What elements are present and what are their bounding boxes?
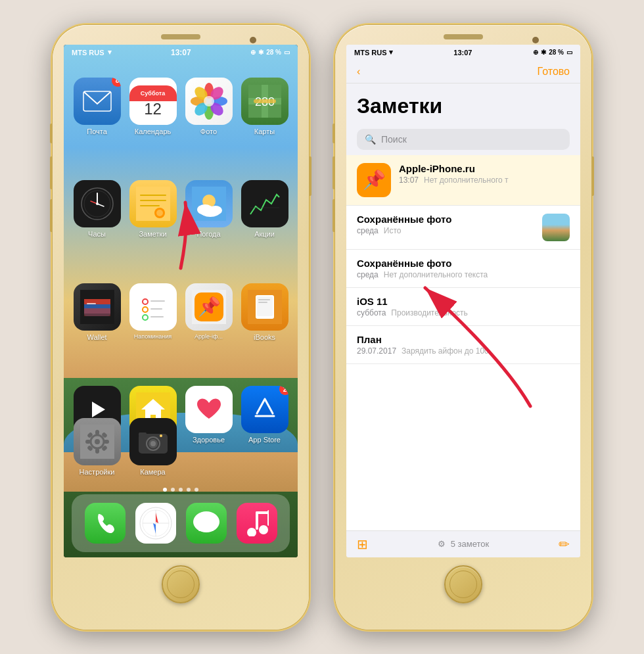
right-power-button[interactable] — [591, 156, 594, 196]
app-ibooks[interactable]: iBooks — [237, 278, 292, 381]
left-phone: MTS RUS ▾ 13:07 ⊕ ✱ 28 % ▭ 8 — [53, 25, 309, 630]
dot-1 — [163, 488, 167, 492]
done-button[interactable]: Готово — [538, 66, 570, 78]
app-weather[interactable]: Погода — [181, 175, 237, 278]
app-clock[interactable]: Часы — [69, 175, 125, 278]
mail-icon: 8 — [74, 78, 121, 125]
svg-rect-40 — [84, 314, 110, 316]
back-button[interactable]: ‹ — [357, 66, 360, 78]
home-button[interactable] — [162, 565, 200, 603]
weather-icon — [185, 180, 233, 227]
app-apple[interactable]: 📌 Apple-iф... — [181, 278, 237, 381]
pinned-note[interactable]: 📌 Apple-iPhone.ru 13:07 Нет дополнительн… — [346, 155, 580, 206]
svg-point-22 — [96, 202, 99, 205]
right-mute-switch[interactable] — [333, 124, 335, 143]
left-screen: MTS RUS ▾ 13:07 ⊕ ✱ 28 % ▭ 8 — [64, 45, 298, 557]
dock-safari[interactable] — [133, 498, 179, 549]
notes-carrier: MTS RUS ▾ — [354, 48, 393, 57]
svg-rect-66 — [95, 430, 99, 435]
volume-down-button[interactable] — [50, 199, 53, 232]
svg-point-80 — [160, 434, 162, 437]
compose-icon[interactable]: ✏ — [559, 536, 570, 552]
right-volume-down[interactable] — [333, 199, 335, 232]
safari-icon — [135, 503, 176, 544]
pinned-note-icon: 📌 — [357, 163, 391, 197]
svg-rect-68 — [85, 440, 91, 444]
stocks-icon — [241, 180, 288, 227]
messages-icon — [186, 503, 227, 544]
dock — [72, 494, 290, 552]
note-5-content: План 29.07.2017 Зарядить айфон до 100 — [357, 334, 570, 356]
right-volume-up[interactable] — [333, 156, 335, 189]
note-item-2[interactable]: Сохранённые фото среда Исто — [346, 206, 580, 250]
svg-point-11 — [204, 96, 214, 106]
app-notes[interactable]: Заметки — [125, 175, 181, 278]
app-wallet[interactable]: Wallet — [69, 278, 125, 381]
right-speaker — [444, 34, 483, 39]
wifi-icon: ▾ — [108, 48, 112, 57]
toolbar-center: ⚙ 5 заметок — [438, 539, 490, 549]
note-2-date: среда — [357, 226, 379, 235]
power-button[interactable] — [309, 156, 311, 196]
right-screen: MTS RUS ▾ 13:07 ⊕ ✱ 28 % ▭ ‹ Готово — [346, 45, 580, 557]
app-calendar[interactable]: Суббота 12 Календарь — [125, 72, 181, 175]
app-stocks[interactable]: Акции — [237, 175, 292, 278]
svg-point-33 — [209, 206, 222, 215]
right-home-button[interactable] — [444, 565, 482, 603]
note-3-date: среда — [357, 270, 379, 279]
svg-rect-46 — [150, 300, 165, 302]
app-mail[interactable]: 8 Почта — [69, 72, 125, 175]
ibooks-icon — [241, 283, 288, 331]
app-reminders[interactable]: Напоминания — [125, 278, 181, 381]
wallet-label: Wallet — [87, 333, 106, 341]
pinned-note-date: 13:07 — [399, 175, 419, 185]
volume-up-button[interactable] — [50, 156, 53, 189]
notes-bluetooth: ✱ — [541, 49, 546, 56]
notes-title: Заметки — [357, 94, 570, 118]
speaker — [161, 34, 200, 39]
svg-point-89 — [247, 528, 256, 536]
carrier-text: MTS RUS — [72, 49, 104, 57]
weather-label: Погода — [196, 230, 220, 238]
dot-2 — [171, 488, 175, 492]
status-right: ⊕ ✱ 28 % ▭ — [250, 49, 290, 56]
battery-icon: ▭ — [284, 49, 290, 56]
app-camera[interactable]: Камера — [125, 413, 181, 481]
svg-rect-25 — [140, 200, 166, 201]
svg-rect-26 — [140, 205, 160, 206]
svg-rect-56 — [258, 302, 267, 303]
note-3-preview: Нет дополнительного текста — [384, 270, 488, 279]
notes-battery: 28 % — [549, 49, 564, 56]
svg-rect-69 — [104, 440, 109, 444]
mute-switch[interactable] — [50, 124, 53, 143]
app-settings[interactable]: Настройки — [69, 413, 125, 481]
dock-messages[interactable] — [183, 498, 229, 549]
note-2-meta: среда Исто — [357, 226, 534, 235]
stocks-label: Акции — [254, 230, 275, 238]
phone-icon — [85, 503, 126, 544]
svg-rect-93 — [256, 511, 269, 514]
note-item-3[interactable]: Сохранённые фото среда Нет дополнительно… — [346, 250, 580, 288]
svg-rect-23 — [136, 187, 170, 221]
clock-icon — [74, 180, 121, 227]
camera-label: Камера — [140, 468, 165, 476]
notes-navigation: ‹ Готово — [346, 60, 580, 83]
dock-phone[interactable] — [82, 498, 128, 549]
reminders-icon — [129, 283, 177, 331]
app-maps[interactable]: 280 Карты — [237, 72, 292, 175]
grid-icon[interactable]: ⊞ — [357, 536, 368, 552]
notes-label: Заметки — [139, 230, 166, 238]
bluetooth-icon: ✱ — [258, 49, 264, 56]
notes-search-bar[interactable]: 🔍 Поиск — [357, 129, 570, 150]
search-icon: 🔍 — [365, 134, 376, 145]
right-home-button-ring — [449, 571, 477, 598]
gear-spinner-icon: ⚙ — [438, 539, 446, 549]
location-icon: ⊕ — [250, 49, 256, 56]
app-photos[interactable]: Фото — [181, 72, 237, 175]
note-item-5[interactable]: План 29.07.2017 Зарядить айфон до 100 — [346, 326, 580, 364]
note-item-4[interactable]: iOS 11 суббота Производительность — [346, 288, 580, 326]
note-2-thumbnail — [542, 214, 570, 241]
right-phone-top — [335, 25, 591, 39]
note-5-preview: Зарядить айфон до 100 — [402, 346, 489, 356]
dock-music[interactable] — [234, 498, 280, 549]
